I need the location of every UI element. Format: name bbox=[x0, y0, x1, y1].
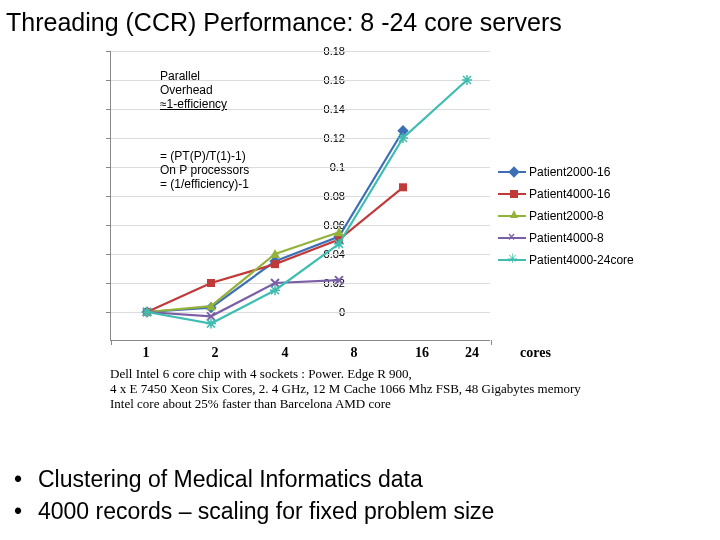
legend-item: Patient2000-8 bbox=[498, 205, 634, 227]
xtick-label: 24 bbox=[465, 345, 479, 361]
legend-label: Patient2000-8 bbox=[529, 209, 604, 223]
annotation-overhead: Parallel Overhead ≈1-efficiency bbox=[160, 69, 227, 111]
bullet-text: 4000 records – scaling for fixed problem… bbox=[38, 495, 494, 527]
legend: Patient2000-16 Patient4000-16 Patient200… bbox=[498, 161, 634, 271]
xtick-label: 8 bbox=[351, 345, 358, 361]
annot-line: Overhead bbox=[160, 83, 227, 97]
legend-label: Patient4000-16 bbox=[529, 187, 610, 201]
svg-rect-6 bbox=[207, 279, 215, 287]
annot-line: ≈1-efficiency bbox=[160, 97, 227, 111]
legend-item: Patient4000-16 bbox=[498, 183, 634, 205]
bullet-icon: • bbox=[14, 495, 38, 527]
legend-item: Patient2000-16 bbox=[498, 161, 634, 183]
legend-item: ✳ Patient4000-24core bbox=[498, 249, 634, 271]
bullet-icon: • bbox=[14, 463, 38, 495]
annot-line: = (1/efficiency)-1 bbox=[160, 177, 249, 191]
xtick-label: 16 bbox=[415, 345, 429, 361]
legend-label: Patient4000-8 bbox=[529, 231, 604, 245]
legend-label: Patient2000-16 bbox=[529, 165, 610, 179]
xtick-label: 2 bbox=[212, 345, 219, 361]
annotation-formula: = (PT(P)/T(1)-1) On P processors = (1/ef… bbox=[160, 149, 249, 191]
page-title: Threading (CCR) Performance: 8 -24 core … bbox=[0, 0, 720, 41]
caption-line: Dell Intel 6 core chip with 4 sockets : … bbox=[110, 366, 720, 381]
annot-line: = (PT(P)/T(1)-1) bbox=[160, 149, 249, 163]
legend-label: Patient4000-24core bbox=[529, 253, 634, 267]
legend-item: × Patient4000-8 bbox=[498, 227, 634, 249]
svg-rect-7 bbox=[271, 260, 279, 268]
annot-line: On P processors bbox=[160, 163, 249, 177]
chart-area: 0.18 0.16 0.14 0.12 0.1 0.08 0.06 0.04 0… bbox=[60, 41, 680, 371]
xtick-label: 4 bbox=[282, 345, 289, 361]
annot-line: Parallel bbox=[160, 69, 227, 83]
bullet-text: Clustering of Medical Informatics data bbox=[38, 463, 423, 495]
x-axis-label: cores bbox=[520, 345, 551, 361]
caption-line: Intel core about 25% faster than Barcelo… bbox=[110, 396, 720, 411]
chart-caption: Dell Intel 6 core chip with 4 sockets : … bbox=[110, 366, 720, 411]
caption-line: 4 x E 7450 Xeon Six Cores, 2. 4 GHz, 12 … bbox=[110, 381, 720, 396]
svg-rect-9 bbox=[399, 183, 407, 191]
xtick-label: 1 bbox=[143, 345, 150, 361]
bullet-list: •Clustering of Medical Informatics data … bbox=[14, 463, 494, 527]
